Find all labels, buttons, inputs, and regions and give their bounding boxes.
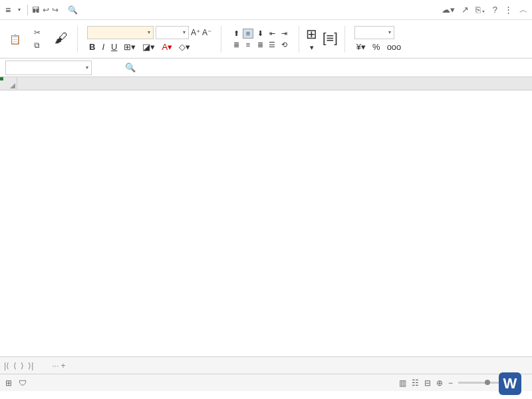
align-middle-icon[interactable]: ≡ (243, 29, 253, 39)
align-bottom-icon[interactable]: ⬇ (255, 29, 265, 39)
clear-format-button[interactable]: ◇▾ (177, 41, 192, 53)
align-right-icon[interactable]: ≣ (255, 40, 265, 50)
cut-button[interactable]: ✂ (33, 27, 44, 38)
add-sheet-button[interactable]: ··· + (52, 361, 65, 370)
chevron-down-icon: ▾ (86, 65, 88, 70)
font-size-select[interactable]: ▾ (156, 26, 189, 39)
sheet-last-icon[interactable]: ⟩| (28, 361, 33, 370)
paste-button[interactable]: 📋 (8, 33, 22, 45)
layout-icon[interactable]: ⊞ (5, 378, 12, 388)
comma-button[interactable]: ooo (385, 41, 404, 53)
wps-logo-icon: W (499, 372, 521, 395)
protect-icon: 🛡 (19, 378, 27, 388)
file-menu[interactable]: ▾ (13, 5, 23, 14)
percent-button[interactable]: % (370, 41, 382, 53)
wrap-icon: [≡] (323, 31, 338, 46)
scissors-icon: ✂ (34, 28, 41, 37)
currency-button[interactable]: ¥▾ (354, 41, 368, 53)
underline-button[interactable]: U (109, 41, 119, 53)
view-normal-icon[interactable]: ▥ (399, 378, 406, 388)
watermark: W (499, 372, 525, 395)
sheet-prev-icon[interactable]: ⟨ (13, 361, 17, 370)
copy-button[interactable]: ⧉ (33, 40, 44, 51)
justify-icon[interactable]: ☰ (267, 40, 277, 50)
separator (299, 26, 299, 53)
format-painter-button[interactable]: 🖌 (55, 31, 68, 47)
align-top-icon[interactable]: ⬆ (231, 29, 241, 39)
fx-icon[interactable]: 🔍 (125, 63, 136, 72)
chevron-down-icon: ▾ (18, 7, 21, 13)
chevron-down-icon: ▾ (148, 29, 150, 35)
undo-icon[interactable]: ↩ (43, 5, 49, 15)
indent-increase-icon[interactable]: ⇥ (279, 29, 289, 39)
more-icon[interactable]: ⋮ (504, 5, 513, 15)
sheet-next-icon[interactable]: ⟩ (21, 361, 24, 370)
chevron-down-icon: ▾ (388, 29, 391, 35)
view-page-icon[interactable]: ☷ (412, 378, 419, 388)
wrap-text-button[interactable]: [≡] (323, 31, 338, 47)
copy-icon: ⧉ (34, 41, 40, 50)
brush-icon: 🖌 (55, 31, 68, 46)
separator (221, 26, 221, 53)
sheet-first-icon[interactable]: |⟨ (4, 361, 9, 370)
align-center-icon[interactable]: ≡ (243, 40, 253, 50)
view-split-icon[interactable]: ⊟ (424, 378, 431, 388)
help-icon[interactable]: ? (493, 5, 497, 15)
cloud-sync-icon[interactable]: ☁▾ (442, 5, 455, 15)
export-icon[interactable]: ⎘▾ (475, 5, 486, 15)
chevron-down-icon: ▾ (183, 29, 186, 35)
merge-icon: ⊞ (306, 26, 317, 42)
reading-mode-icon[interactable]: ⊕ (436, 378, 443, 388)
clipboard-icon: 📋 (9, 34, 21, 45)
select-all-corner[interactable] (0, 77, 17, 90)
app-menu-icon[interactable]: ≡ (4, 3, 12, 17)
search-icon: 🔍 (68, 5, 78, 15)
separator (27, 5, 28, 15)
orientation-icon[interactable]: ⟲ (279, 40, 289, 50)
redo-icon[interactable]: ↪ (52, 5, 59, 15)
font-name-select[interactable]: ▾ (87, 26, 154, 39)
border-button[interactable]: ⊞▾ (122, 41, 138, 53)
bold-button[interactable]: B (87, 41, 97, 53)
share-icon[interactable]: ↗ (462, 5, 469, 15)
collapse-ribbon-icon[interactable]: ︿ (519, 4, 528, 16)
decrease-font-icon[interactable]: A⁻ (202, 28, 211, 37)
font-color-button[interactable]: A▾ (160, 41, 174, 53)
align-left-icon[interactable]: ≣ (231, 40, 241, 50)
merge-center-button[interactable]: ⊞ ▾ (306, 26, 317, 52)
indent-decrease-icon[interactable]: ⇤ (267, 29, 277, 39)
search-button[interactable]: 🔍 (68, 5, 80, 15)
name-box[interactable]: ▾ (5, 61, 92, 75)
save-icon[interactable]: 🖬 (32, 5, 40, 15)
italic-button[interactable]: I (100, 41, 106, 53)
separator (77, 26, 78, 53)
fill-color-button[interactable]: ◪▾ (140, 41, 157, 53)
separator (344, 26, 345, 53)
number-format-select[interactable]: ▾ (354, 26, 394, 39)
zoom-out-icon[interactable]: − (448, 378, 453, 388)
increase-font-icon[interactable]: A⁺ (191, 28, 200, 37)
